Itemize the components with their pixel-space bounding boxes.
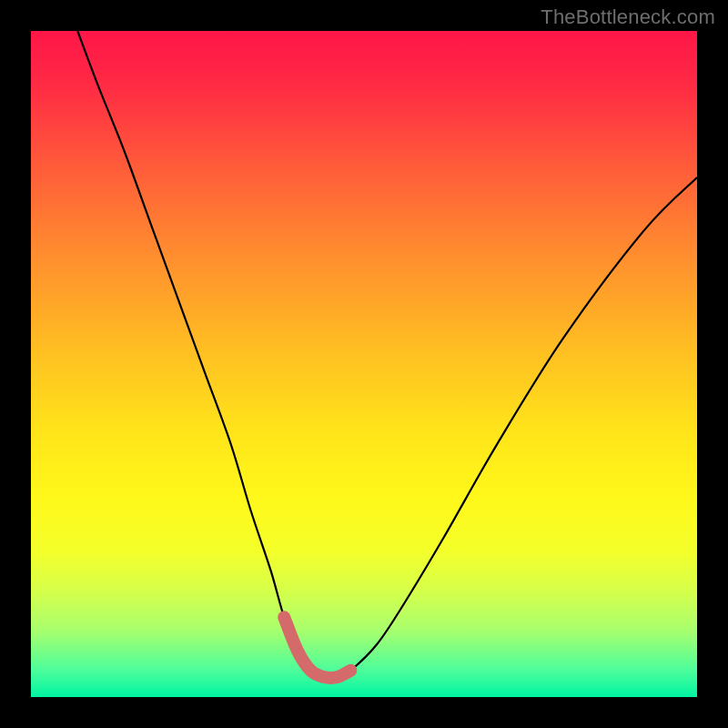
bottleneck-curve	[77, 31, 697, 678]
chart-frame: TheBottleneck.com	[0, 0, 728, 728]
optimal-zone-highlight	[284, 617, 350, 678]
watermark-text: TheBottleneck.com	[541, 5, 715, 29]
plot-area	[31, 31, 697, 697]
curve-layer	[31, 31, 697, 697]
